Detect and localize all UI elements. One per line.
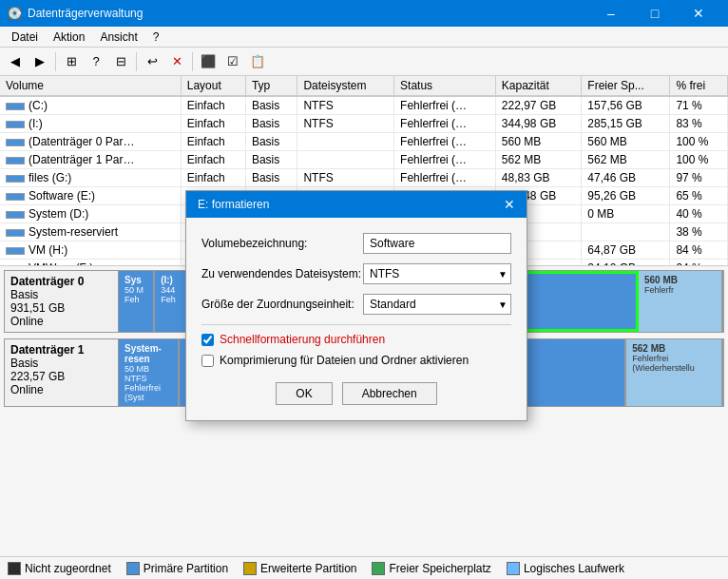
toolbar-btn-1[interactable]: ⬛ — [197, 51, 220, 72]
col-freier[interactable]: Freier Sp... — [582, 76, 670, 96]
col-kapazitat[interactable]: Kapazität — [495, 76, 582, 96]
volume-input[interactable] — [363, 233, 511, 254]
allocation-row: Größe der Zuordnungseinheit: Standard 51… — [201, 294, 511, 315]
table-row[interactable]: (Datenträger 1 Par…EinfachBasisFehlerfre… — [0, 151, 728, 169]
legend-item: Logisches Laufwerk — [507, 562, 624, 575]
quick-format-label[interactable]: Schnellformatierung durchführen — [220, 333, 385, 346]
partition[interactable]: 562 MBFehlerfrei (Wiederherstellu — [626, 339, 723, 406]
legend-label: Freier Speicherplatz — [389, 562, 490, 575]
compression-label[interactable]: Komprimierung für Dateien und Ordner akt… — [220, 354, 469, 367]
col-status[interactable]: Status — [394, 76, 496, 96]
filesystem-select-wrapper: NTFS FAT32 exFAT ▼ — [363, 263, 511, 284]
legend-color-box — [243, 562, 257, 575]
partition[interactable]: Sys50 MFeh — [119, 271, 155, 332]
filesystem-select[interactable]: NTFS FAT32 exFAT — [363, 263, 511, 284]
dialog-title-bar: E: formatieren ✕ — [186, 191, 527, 218]
toolbar-btn-undo[interactable]: ↩ — [141, 51, 163, 72]
dialog-body: Volumebezeichnung: Zu verwendendes Datei… — [186, 218, 527, 420]
forward-button[interactable]: ▶ — [29, 51, 51, 72]
table-row[interactable]: files (G:)EinfachBasisNTFSFehlerfrei (…4… — [0, 169, 728, 187]
disk-icon — [6, 193, 25, 201]
allocation-select-wrapper: Standard 512 1024 2048 4096 ▼ — [363, 294, 511, 315]
disk-icon — [6, 229, 25, 237]
table-row[interactable]: (C:)EinfachBasisNTFSFehlerfrei (…222,97 … — [0, 96, 728, 115]
dialog-title-text: E: formatieren — [198, 198, 269, 211]
legend-color-box — [126, 562, 140, 575]
toolbar: ◀ ▶ ⊞ ? ⊟ ↩ ✕ ⬛ ☑ 📋 — [0, 48, 728, 76]
legend-color-box — [507, 562, 520, 575]
toolbar-btn-help[interactable]: ? — [85, 51, 107, 72]
menu-ansicht[interactable]: Ansicht — [92, 29, 144, 46]
menu-datei[interactable]: Datei — [4, 29, 46, 46]
table-row[interactable]: (Datenträger 0 Par…EinfachBasisFehlerfre… — [0, 133, 728, 151]
partition[interactable]: 560 MBFehlerfr — [639, 271, 723, 332]
toolbar-btn-minus[interactable]: ⊟ — [109, 51, 132, 72]
legend-color-box — [372, 562, 385, 575]
legend-label: Nicht zugeordnet — [25, 562, 111, 575]
col-typ[interactable]: Typ — [245, 76, 297, 96]
legend-label: Logisches Laufwerk — [524, 562, 624, 575]
volume-label-row: Volumebezeichnung: — [201, 233, 511, 254]
disk-icon — [6, 103, 25, 110]
disk-icon — [6, 139, 25, 146]
app-icon: 💽 — [8, 7, 22, 20]
table-row[interactable]: (I:)EinfachBasisNTFSFehlerfrei (…344,98 … — [0, 115, 728, 133]
legend-color-box — [8, 562, 21, 575]
dialog-buttons: OK Abbrechen — [201, 382, 511, 405]
col-volume[interactable]: Volume — [0, 76, 181, 96]
legend-item: Erweiterte Partition — [243, 562, 356, 575]
toolbar-separator-2 — [136, 52, 137, 71]
toolbar-btn-delete[interactable]: ✕ — [165, 51, 188, 72]
compression-row: Komprimierung für Dateien und Ordner akt… — [201, 354, 511, 367]
allocation-select[interactable]: Standard 512 1024 2048 4096 — [363, 294, 511, 315]
legend-item: Primäre Partition — [126, 562, 228, 575]
legend: Nicht zugeordnetPrimäre PartitionErweite… — [0, 556, 728, 579]
col-prozent[interactable]: % frei — [670, 76, 728, 96]
menu-help[interactable]: ? — [145, 29, 167, 46]
disk-icon — [6, 175, 25, 183]
col-layout[interactable]: Layout — [181, 76, 245, 96]
maximize-button[interactable]: □ — [633, 0, 677, 27]
menu-aktion[interactable]: Aktion — [46, 29, 92, 46]
cancel-button[interactable]: Abbrechen — [342, 382, 437, 405]
dialog-close-button[interactable]: ✕ — [504, 197, 515, 212]
compression-checkbox[interactable] — [201, 355, 214, 367]
volume-input-wrapper — [363, 233, 511, 254]
app-title: Datenträgerverwaltung — [28, 7, 143, 20]
toolbar-btn-2[interactable]: ☑ — [221, 51, 244, 72]
menu-bar: Datei Aktion Ansicht ? — [0, 27, 728, 48]
partition[interactable]: System-resen50 MB NTFSFehlerfrei (Syst — [119, 339, 180, 406]
disk-icon — [6, 157, 25, 164]
quick-format-checkbox[interactable] — [201, 334, 214, 346]
volume-label: Volumebezeichnung: — [201, 237, 363, 250]
disk-icon — [6, 211, 25, 219]
title-bar: 💽 Datenträgerverwaltung – □ ✕ — [0, 0, 728, 27]
close-button[interactable]: ✕ — [677, 0, 720, 27]
legend-item: Nicht zugeordnet — [8, 562, 111, 575]
minimize-button[interactable]: – — [589, 0, 633, 27]
toolbar-btn-3[interactable]: 📋 — [246, 51, 269, 72]
filesystem-row: Zu verwendendes Dateisystem: NTFS FAT32 … — [201, 263, 511, 284]
toolbar-btn-grid[interactable]: ⊞ — [60, 51, 83, 72]
disk-icon — [6, 121, 25, 128]
window-controls: – □ ✕ — [589, 0, 720, 27]
back-button[interactable]: ◀ — [4, 51, 27, 72]
format-dialog: E: formatieren ✕ Volumebezeichnung: Zu v… — [185, 190, 527, 421]
ok-button[interactable]: OK — [276, 382, 332, 405]
legend-label: Primäre Partition — [144, 562, 228, 575]
legend-item: Freier Speicherplatz — [372, 562, 490, 575]
allocation-label: Größe der Zuordnungseinheit: — [201, 298, 363, 311]
disk-icon — [6, 247, 25, 255]
col-dateisystem[interactable]: Dateisystem — [297, 76, 394, 96]
toolbar-separator-3 — [192, 52, 193, 71]
legend-label: Erweiterte Partition — [260, 562, 356, 575]
allocation-select-container: Standard 512 1024 2048 4096 ▼ — [363, 294, 511, 315]
filesystem-select-container: NTFS FAT32 exFAT ▼ — [363, 263, 511, 284]
filesystem-label: Zu verwendendes Dateisystem: — [201, 267, 363, 280]
toolbar-separator-1 — [55, 52, 56, 71]
quick-format-row: Schnellformatierung durchführen — [201, 333, 511, 346]
